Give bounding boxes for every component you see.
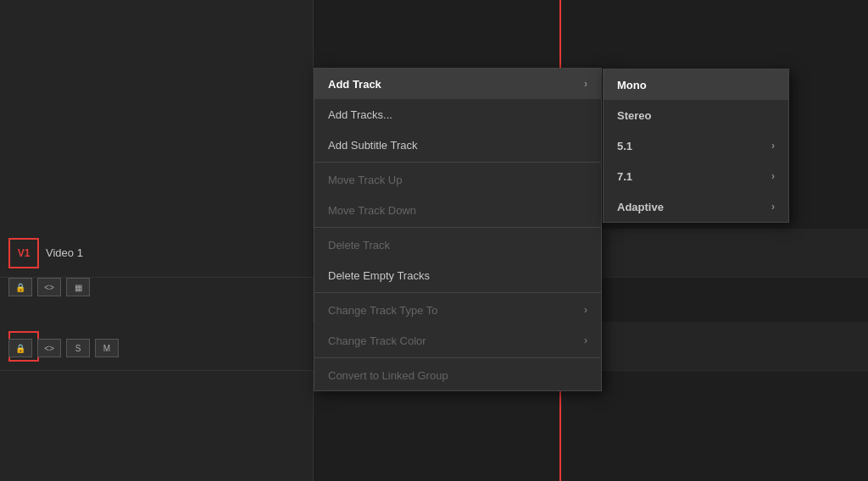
menu-label-change-type: Change Track Type To — [328, 304, 438, 317]
submenu-item-51[interactable]: 5.1 › — [604, 130, 788, 161]
menu-item-add-subtitle-track[interactable]: Add Subtitle Track — [314, 130, 601, 160]
v1-icons-row: 🔒 <> ▦ — [8, 278, 90, 296]
menu-item-delete-track: Delete Track — [314, 229, 601, 260]
m-icon: M — [103, 344, 110, 353]
v1-film-button[interactable]: ▦ — [66, 278, 90, 296]
menu-label-move-up: Move Track Up — [328, 174, 402, 186]
v1-code-button[interactable]: <> — [37, 278, 61, 296]
menu-item-add-tracks[interactable]: Add Tracks... — [314, 99, 601, 130]
v1-track-label[interactable]: V1 — [8, 238, 39, 268]
context-menu: Add Track › Mono Stereo 5.1 › 7.1 › Adap… — [314, 68, 602, 391]
track-headers-panel: V1 Video 1 🔒 <> ▦ A1 🔒 <> S M — [0, 0, 314, 481]
menu-label-add-subtitle: Add Subtitle Track — [328, 139, 418, 152]
separator-1 — [314, 162, 601, 163]
menu-label-add-track: Add Track — [328, 78, 381, 91]
a1-code-button[interactable]: <> — [37, 339, 61, 357]
submenu-item-71[interactable]: 7.1 › — [604, 161, 788, 191]
submenu-label-adaptive: Adaptive — [617, 201, 664, 213]
arrow-icon-change-type: › — [584, 304, 587, 316]
menu-item-move-track-down: Move Track Down — [314, 195, 601, 225]
menu-item-change-track-color: Change Track Color › — [314, 325, 601, 356]
menu-label-add-tracks: Add Tracks... — [328, 108, 392, 121]
v1-track-row: V1 Video 1 — [0, 229, 314, 278]
separator-3 — [314, 292, 601, 293]
arrow-icon-add-track: › — [584, 78, 587, 90]
submenu-item-adaptive[interactable]: Adaptive › — [604, 191, 788, 222]
menu-label-delete-empty: Delete Empty Tracks — [328, 269, 430, 282]
menu-label-change-color: Change Track Color — [328, 334, 426, 347]
code-icon: <> — [44, 283, 54, 292]
a1-icons-row: 🔒 <> S M — [8, 339, 119, 357]
separator-2 — [314, 227, 601, 228]
submenu-label-mono: Mono — [617, 79, 647, 91]
arrow-icon-change-color: › — [584, 334, 587, 346]
a1-lock-button[interactable]: 🔒 — [8, 339, 32, 357]
menu-label-convert-linked: Convert to Linked Group — [328, 369, 448, 382]
submenu-label-71: 7.1 — [617, 170, 632, 183]
v1-lock-button[interactable]: 🔒 — [8, 278, 32, 296]
s-icon: S — [75, 344, 81, 353]
menu-label-delete-track: Delete Track — [328, 239, 390, 252]
v1-track-name: Video 1 — [46, 246, 305, 259]
a1-m-button[interactable]: M — [95, 339, 119, 357]
arrow-icon-51: › — [771, 140, 775, 152]
submenu-item-stereo[interactable]: Stereo — [604, 100, 788, 130]
arrow-icon-71: › — [771, 170, 775, 182]
a1-s-button[interactable]: S — [66, 339, 90, 357]
menu-item-delete-empty-tracks[interactable]: Delete Empty Tracks — [314, 260, 601, 290]
menu-item-add-track[interactable]: Add Track › Mono Stereo 5.1 › 7.1 › Adap… — [314, 69, 601, 99]
submenu-label-51: 5.1 — [617, 140, 632, 152]
lock-icon-a1: 🔒 — [15, 344, 25, 353]
film-icon: ▦ — [75, 283, 82, 292]
menu-item-change-track-type: Change Track Type To › — [314, 295, 601, 325]
menu-item-move-track-up: Move Track Up — [314, 164, 601, 195]
submenu-item-mono[interactable]: Mono — [604, 69, 788, 100]
lock-icon: 🔒 — [15, 283, 25, 292]
arrow-icon-adaptive: › — [771, 201, 775, 213]
submenu-add-track: Mono Stereo 5.1 › 7.1 › Adaptive › — [603, 69, 789, 223]
submenu-label-stereo: Stereo — [617, 109, 651, 122]
menu-item-convert-linked-group: Convert to Linked Group — [314, 360, 601, 390]
separator-4 — [314, 357, 601, 358]
menu-label-move-down: Move Track Down — [328, 204, 416, 217]
code-icon-a1: <> — [44, 344, 54, 353]
